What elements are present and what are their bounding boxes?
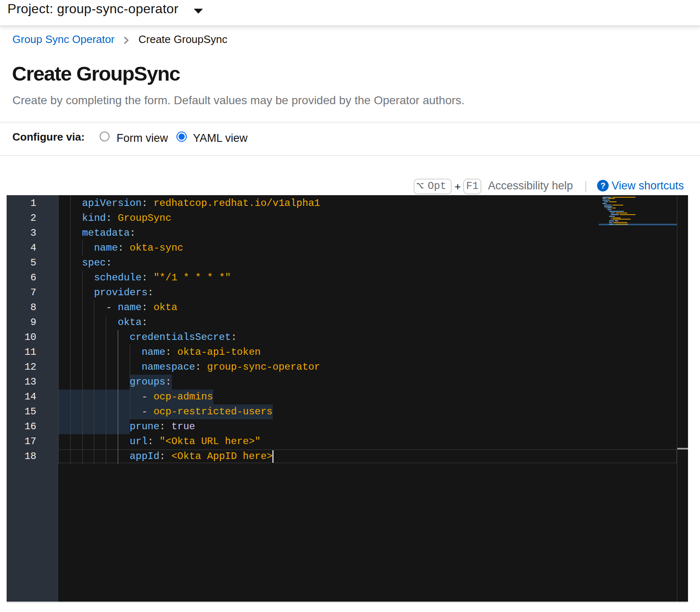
svg-text:?: ? (600, 181, 605, 190)
